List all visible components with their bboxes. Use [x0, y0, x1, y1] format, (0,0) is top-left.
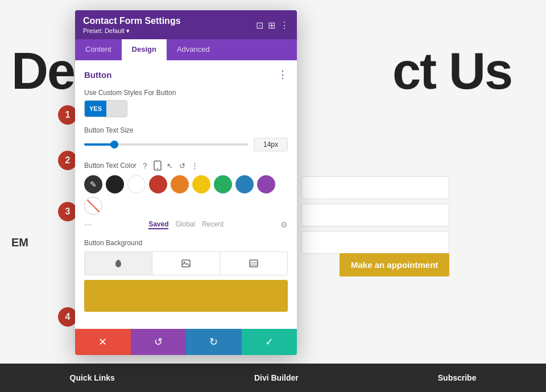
footer-subscribe: Subscribe — [438, 373, 477, 382]
swatch-green[interactable] — [214, 175, 232, 193]
modal-body: Button ⋮ Use Custom Styles For Button YE… — [75, 60, 297, 329]
color-swatches: ✎ — [84, 175, 288, 215]
bg-field-label: Button Background — [84, 239, 288, 247]
swatch-yellow[interactable] — [192, 175, 210, 193]
form-field-2 — [301, 204, 449, 226]
modal-header-icons: ⊡ ⊞ ⋮ — [256, 20, 289, 31]
step-3-indicator: 3 — [58, 202, 77, 221]
undo-color-icon[interactable]: ↺ — [177, 160, 188, 171]
confirm-button[interactable]: ✓ — [242, 329, 297, 355]
more-color-icon[interactable]: ⋮ — [190, 160, 200, 171]
modal-title: Contact Form Settings — [83, 16, 181, 26]
make-appointment-button[interactable]: Make an appointment — [340, 253, 449, 277]
grid-icon[interactable]: ⊞ — [268, 20, 275, 31]
color-preview-strip — [84, 280, 288, 312]
modal-header: Contact Form Settings Preset: Default ▾ … — [75, 10, 297, 39]
svg-rect-2 — [182, 260, 190, 267]
text-color-field: Button Text Color ? ↖ ↺ ⋮ ✎ — [84, 160, 288, 230]
bg-option-pattern[interactable] — [220, 252, 287, 275]
tab-design[interactable]: Design — [122, 39, 167, 60]
slider-track[interactable] — [84, 143, 248, 146]
color-tab-saved[interactable]: Saved — [148, 220, 168, 229]
tab-content[interactable]: Content — [75, 39, 122, 60]
color-icons-row: ? ↖ ↺ ⋮ — [140, 160, 200, 171]
custom-styles-label: Use Custom Styles For Button — [84, 89, 288, 97]
slider-fill — [84, 143, 114, 146]
cursor-icon[interactable]: ↖ — [165, 160, 175, 171]
section-menu-icon[interactable]: ⋮ — [278, 68, 288, 81]
custom-styles-toggle[interactable]: YES — [84, 100, 127, 117]
color-three-dots[interactable]: ··· — [84, 220, 92, 230]
toggle-yes-label: YES — [85, 101, 106, 117]
modal-header-left: Contact Form Settings Preset: Default ▾ — [83, 16, 181, 35]
redo-button[interactable]: ↻ — [186, 329, 242, 355]
step-2-indicator: 2 — [58, 151, 77, 170]
bg-option-fill[interactable] — [85, 252, 152, 275]
modal-preset: Preset: Default ▾ — [83, 27, 181, 35]
swatch-purple[interactable] — [257, 175, 275, 193]
bg-options — [84, 251, 288, 275]
swatch-red[interactable] — [149, 175, 167, 193]
color-tabs: Saved Global Recent — [148, 220, 224, 229]
section-title-row: Button ⋮ — [84, 68, 288, 81]
bg-form-fields — [301, 176, 449, 258]
pencil-swatch[interactable]: ✎ — [84, 175, 102, 193]
form-field-3 — [301, 231, 449, 254]
form-field-1 — [301, 176, 449, 199]
slider-thumb[interactable] — [110, 141, 118, 148]
footer: Quick Links Divi Builder Subscribe — [0, 364, 546, 392]
mobile-icon[interactable] — [152, 160, 163, 171]
footer-divi-builder: Divi Builder — [254, 373, 299, 382]
bg-option-image[interactable] — [152, 252, 220, 275]
swatch-black[interactable] — [106, 175, 124, 193]
bg-field: Button Background — [84, 239, 288, 312]
custom-styles-field: Use Custom Styles For Button YES — [84, 89, 288, 117]
undo-button[interactable]: ↺ — [131, 329, 187, 355]
color-tab-recent[interactable]: Recent — [202, 220, 224, 229]
color-label-row: Button Text Color ? ↖ ↺ ⋮ — [84, 160, 288, 171]
bg-contact-text: ct Us — [392, 46, 512, 97]
swatch-blue[interactable] — [235, 175, 254, 193]
footer-quick-links: Quick Links — [70, 373, 115, 382]
toggle-no-area — [106, 101, 127, 117]
resize-icon[interactable]: ⊡ — [256, 20, 263, 31]
svg-point-1 — [157, 168, 158, 169]
modal-tabs: Content Design Advanced — [75, 39, 297, 60]
slider-value[interactable]: 14px — [254, 138, 288, 151]
question-icon[interactable]: ? — [140, 160, 150, 171]
svg-rect-4 — [250, 260, 258, 267]
more-options-icon[interactable]: ⋮ — [280, 20, 289, 31]
step-4-indicator: 4 — [58, 307, 77, 327]
text-size-field: Button Text Size 14px — [84, 126, 288, 151]
cancel-button[interactable]: ✕ — [75, 329, 131, 355]
text-size-label: Button Text Size — [84, 126, 288, 134]
color-tab-global[interactable]: Global — [175, 220, 195, 229]
text-size-slider-row: 14px — [84, 138, 288, 151]
tab-advanced[interactable]: Advanced — [167, 39, 220, 60]
swatch-orange[interactable] — [171, 175, 189, 193]
em-label: EM — [11, 236, 28, 249]
swatch-white[interactable] — [127, 175, 146, 193]
section-title: Button — [84, 70, 111, 80]
color-dots-row: ··· Saved Global Recent ⚙ — [84, 220, 288, 230]
contact-form-settings-modal: Contact Form Settings Preset: Default ▾ … — [75, 10, 297, 355]
toggle-container: YES — [84, 100, 288, 117]
swatch-none[interactable] — [84, 197, 102, 215]
step-1-indicator: 1 — [58, 105, 77, 125]
action-bar: ✕ ↺ ↻ ✓ — [75, 329, 297, 355]
text-color-label: Button Text Color — [84, 162, 136, 170]
color-settings-icon[interactable]: ⚙ — [280, 220, 288, 229]
